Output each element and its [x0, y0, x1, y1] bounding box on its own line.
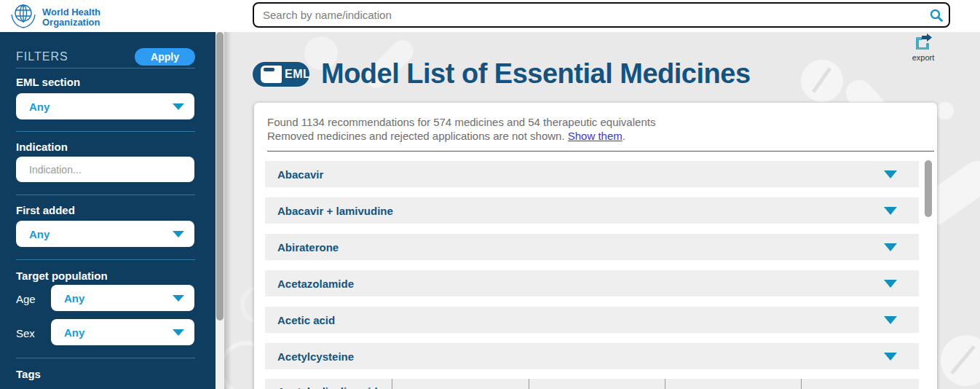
export-button[interactable]: export	[903, 34, 944, 62]
capsule-icon	[261, 66, 282, 83]
export-icon	[914, 39, 932, 52]
filters-sidebar: FILTERS Apply EML section Any Indication…	[0, 32, 216, 389]
chevron-down-icon	[173, 329, 184, 336]
medicine-row[interactable]: Acetazolamide	[265, 270, 919, 296]
medicine-row[interactable]: Abacavir + lamivudine	[265, 197, 919, 224]
first-added-select[interactable]: Any	[16, 221, 194, 247]
top-bar: World Health Organization	[0, 0, 980, 32]
divider	[16, 68, 195, 68]
sidebar-scrollbar-thumb[interactable]	[216, 32, 224, 321]
age-select[interactable]: Any	[51, 285, 194, 311]
indication-label: Indication	[16, 141, 68, 153]
summary-line2: Removed medicines and rejected applicati…	[267, 130, 565, 142]
medicine-row[interactable]: Acetylcysteine	[265, 343, 919, 369]
chevron-down-icon	[884, 243, 897, 251]
eml-section-select[interactable]: Any	[16, 93, 194, 119]
divider	[16, 358, 195, 358]
watermark-circle	[936, 102, 954, 119]
column-divider	[392, 379, 392, 389]
age-value: Any	[51, 292, 173, 304]
chevron-down-icon	[884, 316, 897, 324]
page-title: Model List of Essential Medicines	[321, 58, 751, 90]
list-scrollbar-thumb[interactable]	[925, 160, 932, 217]
chevron-down-icon	[884, 170, 897, 178]
sex-select[interactable]: Any	[51, 319, 194, 345]
results-summary: Found 1134 recommendations for 574 medic…	[267, 115, 655, 143]
medicine-name: Acetic acid	[265, 314, 884, 326]
chevron-down-icon	[884, 353, 897, 361]
chevron-down-icon	[173, 103, 184, 110]
sidebar-scrollbar-track[interactable]	[216, 32, 224, 389]
chevron-down-icon	[173, 295, 184, 302]
who-logo[interactable]: World Health Organization	[9, 1, 100, 34]
indication-input[interactable]	[16, 157, 194, 182]
target-population-label: Target population	[16, 270, 108, 282]
content-left-shadow	[224, 32, 232, 389]
sex-value: Any	[51, 326, 173, 339]
who-emblem-icon	[9, 1, 38, 34]
age-label: Age	[16, 293, 36, 305]
export-label: export	[903, 53, 944, 62]
chevron-down-icon	[884, 280, 897, 288]
apply-button[interactable]: Apply	[135, 48, 195, 66]
column-divider	[529, 379, 529, 389]
chevron-down-icon	[173, 231, 184, 237]
medicine-name: Abiraterone	[265, 241, 884, 254]
medicine-row[interactable]: Acetic acid	[265, 307, 919, 333]
divider	[16, 259, 195, 260]
eml-section-value: Any	[16, 101, 173, 113]
search-input[interactable]	[254, 9, 924, 21]
column-divider	[665, 379, 665, 389]
column-divider	[801, 379, 802, 389]
link-suffix: .	[623, 130, 625, 142]
eml-badge-icon: EML	[253, 62, 309, 87]
eml-section-label: EML section	[16, 76, 80, 88]
page-title-row: EML Model List of Essential Medicines	[253, 58, 751, 90]
divider	[16, 131, 195, 132]
divider	[267, 151, 934, 152]
medicine-name: Abacavir	[265, 168, 884, 181]
first-added-label: First added	[16, 204, 75, 216]
medicine-name: Acetazolamide	[265, 278, 884, 290]
chevron-down-icon	[884, 207, 897, 215]
medicine-row-partial[interactable]: Acetylsalicylic acid	[265, 379, 919, 389]
tags-label: Tags	[16, 368, 41, 380]
who-logo-text: World Health Organization	[42, 7, 100, 28]
search-icon[interactable]	[924, 8, 949, 23]
medicine-name: Acetylcysteine	[265, 350, 884, 363]
medicine-name: Abacavir + lamivudine	[265, 205, 884, 217]
medicine-name: Acetylsalicylic acid	[265, 385, 378, 389]
first-added-value: Any	[16, 228, 173, 240]
results-card: Found 1134 recommendations for 574 medic…	[254, 103, 937, 389]
eml-badge-text: EML	[285, 68, 310, 81]
sex-label: Sex	[16, 327, 35, 339]
medicine-row[interactable]: Abiraterone	[265, 234, 919, 260]
search-box	[253, 2, 950, 28]
show-them-link[interactable]: Show them	[568, 130, 623, 142]
filters-title: FILTERS	[16, 50, 68, 63]
medicine-row[interactable]: Abacavir	[265, 161, 919, 187]
summary-line1: Found 1134 recommendations for 574 medic…	[267, 116, 655, 128]
divider	[16, 194, 195, 195]
